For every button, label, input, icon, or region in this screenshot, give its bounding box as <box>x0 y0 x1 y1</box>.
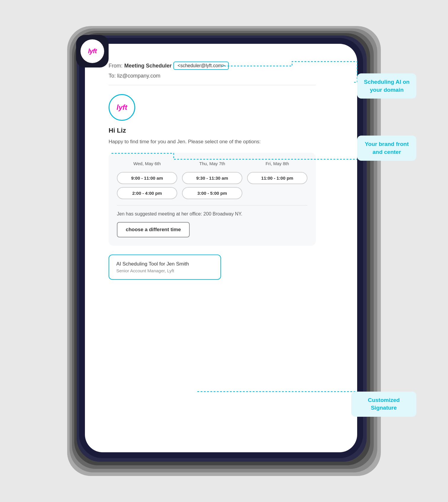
email-to-line: To: liz@company.com <box>109 73 316 79</box>
email-from-line: From: Meeting Scheduler <scheduler@lyft.… <box>109 62 316 70</box>
day-header-2: Thu, May 7th <box>182 161 242 166</box>
time-slot-btn-1-2[interactable]: 2:00 - 4:00 pm <box>117 187 177 199</box>
day-header-1: Wed, May 6th <box>117 161 177 166</box>
callout-signature: Customized Signature <box>351 392 416 417</box>
time-slots-card: Wed, May 6th 9:00 - 11:00 am 2:00 - 4:00… <box>109 153 316 246</box>
lyft-logo: lyft <box>88 47 97 55</box>
time-slot-btn-2-2[interactable]: 3:00 - 5:00 pm <box>182 187 242 199</box>
from-address: <scheduler@lyft.com> <box>173 62 229 70</box>
email-content: From: Meeting Scheduler <scheduler@lyft.… <box>109 62 316 280</box>
lyft-app-badge: lyft <box>76 35 109 67</box>
signature-title: AI Scheduling Tool for Jen Smith <box>116 261 213 267</box>
time-col-2: Thu, May 7th 9:30 - 11:30 am 3:00 - 5:00… <box>182 161 242 199</box>
to-label: To: <box>109 73 116 79</box>
lyft-badge-inner: lyft <box>80 39 104 63</box>
callout-brand: Your brand front and center <box>357 136 416 161</box>
email-greeting: Hi Liz <box>109 127 316 134</box>
to-address: liz@company.com <box>117 73 160 79</box>
email-lyft-logo: lyft <box>117 103 127 112</box>
time-slot-btn-3-1[interactable]: 11:00 - 1:00 pm <box>247 172 307 184</box>
signature-box: AI Scheduling Tool for Jen Smith Senior … <box>109 255 221 280</box>
callout-scheduling: Scheduling AI on your domain <box>357 73 416 99</box>
time-slot-btn-2-1[interactable]: 9:30 - 11:30 am <box>182 172 242 184</box>
slots-divider <box>117 205 307 205</box>
time-col-1: Wed, May 6th 9:00 - 11:00 am 2:00 - 4:00… <box>117 161 177 199</box>
email-card: lyft From: Meeting Scheduler <scheduler@… <box>85 44 357 452</box>
email-lyft-logo-circle: lyft <box>109 94 135 121</box>
time-columns: Wed, May 6th 9:00 - 11:00 am 2:00 - 4:00… <box>117 161 307 199</box>
choose-different-time-button[interactable]: choose a different time <box>117 222 190 237</box>
location-text: Jen has suggested meeting at her office:… <box>117 211 307 217</box>
time-col-3: Fri, May 8th 11:00 - 1:00 pm <box>247 161 307 199</box>
day-header-3: Fri, May 8th <box>247 161 307 166</box>
from-name: Meeting Scheduler <box>124 63 172 69</box>
email-body-text: Happy to find time for you and Jen. Plea… <box>109 138 316 146</box>
from-label: From: <box>109 63 123 69</box>
email-header-divider <box>109 85 316 85</box>
signature-subtitle: Senior Account Manager, Lyft <box>116 268 213 273</box>
time-slot-btn-1-1[interactable]: 9:00 - 11:00 am <box>117 172 177 184</box>
